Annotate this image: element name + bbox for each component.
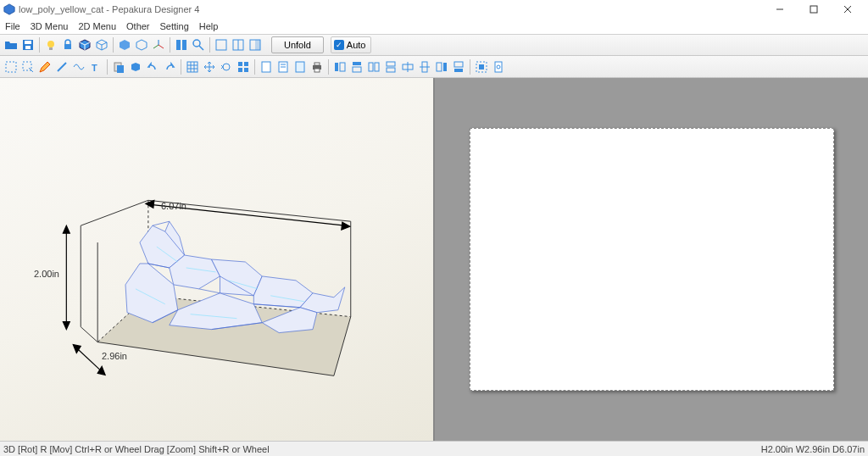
menu-2d[interactable]: 2D Menu [78,21,116,31]
svg-line-23 [153,45,159,48]
align3-icon[interactable] [366,59,381,75]
align8-icon[interactable] [451,59,466,75]
lock-icon[interactable] [60,37,75,53]
rotate-icon[interactable] [219,59,234,75]
svg-rect-10 [64,44,71,49]
close-button[interactable] [831,0,865,19]
svg-rect-62 [375,63,379,71]
cube2-icon[interactable] [94,37,109,53]
cube-small-icon[interactable] [128,59,143,75]
svg-rect-55 [314,63,320,65]
cube3-icon[interactable] [117,37,132,53]
svg-rect-71 [454,62,463,67]
svg-line-98 [153,221,170,225]
svg-rect-63 [387,62,395,66]
window-single-icon[interactable] [214,37,229,53]
workspace: 2.00in 2.96in 6.07in [0,78,868,441]
svg-rect-6 [25,41,31,44]
2d-viewport[interactable] [435,78,868,441]
3d-scene [0,78,433,441]
auto-checkbox[interactable]: ✓ Auto [331,36,372,53]
svg-line-27 [199,46,203,50]
menu-help[interactable]: Help [199,21,219,31]
menu-3d[interactable]: 3D Menu [31,21,69,31]
svg-point-26 [193,40,200,47]
layout-icon[interactable] [236,59,251,75]
grid-icon[interactable] [185,59,200,75]
svg-rect-56 [314,69,320,72]
open-icon[interactable] [3,37,19,53]
svg-rect-2 [810,6,817,13]
window-right-icon[interactable] [248,37,263,53]
svg-rect-49 [262,62,270,72]
svg-rect-47 [238,68,242,72]
paper-sheet [470,128,834,391]
svg-line-16 [97,42,102,45]
cube-outline-icon[interactable] [134,37,149,53]
axes-icon[interactable] [151,37,166,53]
unfold-button[interactable]: Unfold [271,36,324,53]
menu-setting[interactable]: Setting [160,21,189,31]
svg-rect-60 [353,67,361,72]
align4-icon[interactable] [383,59,398,75]
select-arrow-icon[interactable] [20,59,36,75]
svg-marker-19 [120,40,130,50]
dim-depth: 2.96in [102,351,127,361]
svg-rect-61 [369,63,373,71]
status-left: 3D [Rot] R [Mov] Ctrl+R or Wheel Drag [Z… [3,444,761,454]
svg-rect-58 [340,63,345,71]
svg-marker-88 [146,200,154,208]
window-title: low_poly_yellow_cat - Pepakura Designer … [19,4,763,14]
line-icon[interactable] [54,59,70,75]
svg-rect-57 [335,63,338,71]
svg-rect-74 [479,64,484,70]
toolbar-2: T [0,56,868,78]
dim-width: 6.07in [161,201,186,211]
maximize-button[interactable] [797,0,831,19]
minimize-button[interactable] [763,0,797,19]
select-icon[interactable] [3,59,19,75]
check-icon: ✓ [334,40,344,50]
search-icon[interactable] [191,37,206,53]
svg-marker-86 [97,366,105,375]
align7-icon[interactable] [434,59,449,75]
dim-height: 2.00in [34,269,59,279]
svg-marker-85 [73,345,81,353]
align6-icon[interactable] [417,59,432,75]
svg-rect-75 [495,62,502,72]
svg-rect-53 [296,62,304,72]
redo-icon[interactable] [162,59,177,75]
save-icon[interactable] [20,37,36,53]
menu-other[interactable]: Other [126,21,150,31]
svg-rect-38 [117,65,124,73]
text-icon[interactable]: T [88,59,103,75]
paste-icon[interactable] [111,59,126,75]
svg-rect-28 [216,40,226,50]
svg-point-8 [47,41,54,47]
print-icon[interactable] [309,59,325,75]
align1-icon[interactable] [332,59,348,75]
undo-icon[interactable] [145,59,160,75]
split-v-icon[interactable] [174,37,189,53]
svg-rect-9 [49,47,53,50]
doc2-icon[interactable] [275,59,291,75]
status-right: H2.00in W2.96in D6.07in [761,444,865,454]
3d-viewport[interactable]: 2.00in 2.96in 6.07in [0,78,435,441]
align5-icon[interactable] [400,59,415,75]
menu-file[interactable]: File [5,21,20,31]
wave-icon[interactable] [71,59,86,75]
titlebar: low_poly_yellow_cat - Pepakura Designer … [0,0,868,19]
cube-icon[interactable] [77,37,92,53]
svg-line-101 [199,289,220,293]
align2-icon[interactable] [349,59,364,75]
window-split-icon[interactable] [231,37,246,53]
bulb-icon[interactable] [43,37,58,53]
svg-rect-69 [437,63,442,71]
svg-rect-33 [6,62,16,72]
zoom-fit-icon[interactable] [474,59,489,75]
doc3-icon[interactable] [292,59,308,75]
zoom-page-icon[interactable] [491,59,506,75]
pencil-icon[interactable] [37,59,53,75]
doc1-icon[interactable] [259,59,274,75]
arrows-icon[interactable] [202,59,217,75]
